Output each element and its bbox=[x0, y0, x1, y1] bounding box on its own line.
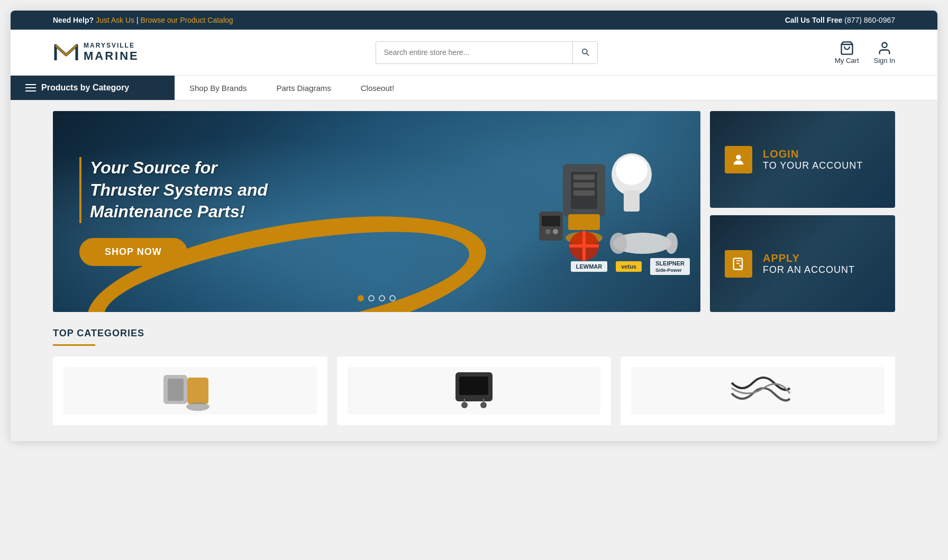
signin-button[interactable]: Sign In bbox=[874, 41, 895, 65]
help-text: Need Help? bbox=[53, 16, 94, 24]
search-button[interactable] bbox=[572, 42, 597, 63]
logo-brand-top: MARYSVILLE bbox=[84, 42, 139, 49]
header-actions: My Cart Sign In bbox=[835, 41, 895, 65]
user-circle-icon bbox=[731, 152, 746, 167]
phone-label: Call Us Toll Free bbox=[785, 16, 843, 24]
apply-action-label: APPLY bbox=[763, 252, 855, 264]
hero-headline: Your Source for Thruster Systems and Mai… bbox=[79, 157, 280, 223]
dot-4[interactable] bbox=[389, 295, 396, 301]
top-bar-phone: Call Us Toll Free (877) 860-0967 bbox=[785, 16, 895, 24]
logo-area[interactable]: MARYSVILLE MARINE bbox=[53, 39, 139, 66]
logo-name: MARYSVILLE MARINE bbox=[84, 42, 139, 62]
main-content: Your Source for Thruster Systems and Mai… bbox=[11, 100, 937, 441]
login-sub-label: TO YOUR ACCOUNT bbox=[763, 160, 863, 171]
logo-brand-bottom: MARINE bbox=[84, 50, 139, 62]
logo[interactable]: MARYSVILLE MARINE bbox=[53, 39, 139, 66]
ask-us-link[interactable]: Just Ask Us bbox=[96, 16, 134, 24]
cart-button[interactable]: My Cart bbox=[835, 41, 859, 65]
user-icon bbox=[877, 41, 892, 56]
search-bar[interactable] bbox=[376, 41, 598, 64]
svg-rect-25 bbox=[187, 378, 208, 404]
cart-icon bbox=[840, 41, 854, 56]
category-product-3 bbox=[721, 367, 795, 415]
apply-text: APPLY FOR AN ACCOUNT bbox=[763, 252, 855, 276]
category-image-1 bbox=[63, 367, 317, 415]
hero-section: Your Source for Thruster Systems and Mai… bbox=[53, 111, 895, 312]
category-card-3[interactable] bbox=[621, 356, 895, 425]
browse-catalog-link[interactable]: Browse our Product Catalog bbox=[140, 16, 233, 24]
edit-document-icon bbox=[731, 256, 746, 271]
category-product-1 bbox=[153, 367, 227, 415]
apply-panel-content: APPLY FOR AN ACCOUNT bbox=[725, 250, 855, 278]
signin-label: Sign In bbox=[874, 57, 895, 65]
apply-panel[interactable]: APPLY FOR AN ACCOUNT bbox=[710, 215, 895, 312]
login-action-label: LOGIN bbox=[763, 148, 863, 160]
search-icon bbox=[580, 47, 590, 57]
svg-rect-24 bbox=[168, 379, 184, 401]
category-card-2[interactable] bbox=[337, 356, 612, 425]
svg-point-21 bbox=[736, 154, 741, 159]
phone-number: (877) 860-0967 bbox=[844, 16, 895, 24]
categories-title-underline bbox=[53, 344, 95, 346]
apply-sub-label: FOR AN ACCOUNT bbox=[763, 264, 855, 276]
top-bar: Need Help? Just Ask Us | Browse our Prod… bbox=[11, 11, 937, 30]
navigation: Products by Category Shop By Brands Part… bbox=[11, 76, 937, 100]
category-image-3 bbox=[631, 367, 885, 415]
category-product-2 bbox=[437, 367, 511, 415]
dot-1[interactable] bbox=[358, 295, 364, 301]
cart-label: My Cart bbox=[835, 57, 859, 65]
dot-3[interactable] bbox=[379, 295, 385, 301]
login-panel-content: LOGIN TO YOUR ACCOUNT bbox=[725, 146, 863, 173]
top-categories-section: TOP CATEGORIES bbox=[53, 328, 895, 425]
logo-icon bbox=[53, 39, 79, 66]
svg-point-26 bbox=[186, 402, 209, 411]
nav-closeout[interactable]: Closeout! bbox=[346, 76, 409, 100]
hero-side-panels: LOGIN TO YOUR ACCOUNT bbox=[710, 111, 895, 312]
shop-now-button[interactable]: SHOP NOW bbox=[79, 238, 187, 266]
nav-products-by-category[interactable]: Products by Category bbox=[11, 76, 175, 100]
search-input[interactable] bbox=[376, 43, 572, 62]
svg-point-30 bbox=[480, 402, 487, 408]
nav-shop-by-brands[interactable]: Shop By Brands bbox=[175, 76, 261, 100]
hero-carousel-dots[interactable] bbox=[358, 295, 396, 301]
svg-rect-22 bbox=[734, 258, 742, 269]
categories-title: TOP CATEGORIES bbox=[53, 328, 895, 339]
nav-category-label: Products by Category bbox=[41, 83, 129, 93]
site-header: MARYSVILLE MARINE My Cart bbox=[11, 30, 937, 76]
hero-content: Your Source for Thruster Systems and Mai… bbox=[53, 136, 700, 287]
top-bar-help: Need Help? Just Ask Us | Browse our Prod… bbox=[53, 16, 233, 24]
hero-banner: Your Source for Thruster Systems and Mai… bbox=[53, 111, 700, 312]
svg-point-29 bbox=[461, 402, 468, 408]
apply-icon bbox=[725, 250, 752, 278]
separator: | bbox=[136, 16, 139, 24]
login-text: LOGIN TO YOUR ACCOUNT bbox=[763, 148, 863, 171]
dot-2[interactable] bbox=[368, 295, 375, 301]
category-image-2 bbox=[348, 367, 601, 415]
hamburger-icon bbox=[25, 84, 36, 91]
svg-rect-28 bbox=[459, 377, 488, 395]
nav-parts-diagrams[interactable]: Parts Diagrams bbox=[261, 76, 345, 100]
categories-grid bbox=[53, 356, 895, 425]
login-icon bbox=[725, 146, 752, 173]
category-card-1[interactable] bbox=[53, 356, 327, 425]
login-panel[interactable]: LOGIN TO YOUR ACCOUNT bbox=[710, 111, 895, 208]
